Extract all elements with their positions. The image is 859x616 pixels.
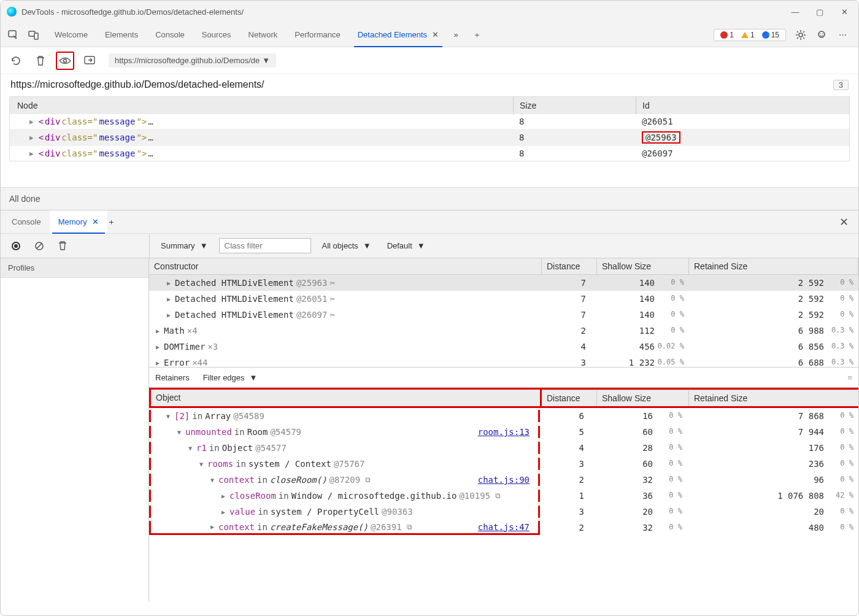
- filter-edges-dropdown[interactable]: Filter edges ▼: [198, 371, 263, 384]
- drawer-close-icon[interactable]: ✕: [839, 215, 849, 229]
- scissor-icon: ✂: [329, 294, 334, 304]
- url-dropdown[interactable]: https://microsoftedge.github.io/Demos/de…: [109, 53, 276, 67]
- tab-sources[interactable]: Sources: [193, 23, 240, 47]
- col-distance2[interactable]: Distance: [542, 390, 597, 406]
- table-row[interactable]: ▶ <div class="message">… 8 @26051: [10, 114, 849, 129]
- expand-icon[interactable]: ▶: [209, 523, 216, 530]
- minimize-icon[interactable]: ―: [791, 7, 799, 16]
- tab-detached-elements[interactable]: Detached Elements ✕: [349, 23, 447, 47]
- tab-close-icon[interactable]: ✕: [432, 30, 439, 39]
- retainer-row[interactable]: ▼ unmounted in Room @54579 room.js:13 5 …: [149, 424, 858, 440]
- dock-icon[interactable]: [80, 52, 99, 70]
- col-id[interactable]: Id: [636, 97, 849, 114]
- constructor-row[interactable]: ▶Detached HTMLDivElement @26051 ✂ 7 1400…: [149, 291, 858, 307]
- expand-icon[interactable]: ▶: [29, 134, 34, 142]
- retainer-row[interactable]: ▶ closeRoom in Window / microsoftedge.gi…: [149, 488, 858, 504]
- retainer-row[interactable]: ▼ context in closeRoom() @87209⧉ chat.js…: [149, 472, 858, 488]
- expand-icon[interactable]: ▶: [220, 493, 227, 499]
- warning-icon: [741, 32, 749, 38]
- expand-icon[interactable]: ▶: [154, 344, 161, 350]
- expand-icon[interactable]: ▶: [165, 312, 172, 318]
- constructor-row[interactable]: ▶Math ×4 2 1120 % 6 9880.3 %: [149, 323, 858, 339]
- tab-welcome[interactable]: Welcome: [46, 23, 96, 47]
- col-size[interactable]: Size: [513, 97, 636, 114]
- table-row[interactable]: ▶ <div class="message">… 8 @26097: [10, 146, 849, 161]
- chevron-down-icon: ▼: [250, 373, 258, 382]
- col-node[interactable]: Node: [10, 97, 513, 114]
- source-link[interactable]: chat.js:90: [478, 475, 530, 485]
- page-url: https://microsoftedge.github.io/Demos/de…: [10, 79, 264, 90]
- col-distance[interactable]: Distance: [542, 258, 597, 274]
- col-object[interactable]: Object: [151, 390, 542, 406]
- chevron-down-icon: ▼: [262, 56, 270, 65]
- expand-icon[interactable]: ▼: [198, 461, 205, 468]
- all-objects-dropdown[interactable]: All objects ▼: [317, 239, 376, 252]
- feedback-icon[interactable]: [813, 26, 830, 44]
- expand-icon[interactable]: ▼: [187, 445, 194, 452]
- constructor-row[interactable]: ▶Error ×44 3 1 2320.05 % 6 6880.3 %: [149, 355, 858, 367]
- retainer-row[interactable]: ▶ context in createFakeMessage() @26391⧉…: [149, 520, 858, 536]
- delete-icon[interactable]: [31, 52, 50, 70]
- constructor-row[interactable]: ▶Detached HTMLDivElement @26097 ✂ 7 1400…: [149, 307, 858, 323]
- detached-toolbar: https://microsoftedge.github.io/Demos/de…: [1, 47, 858, 74]
- window-title: DevTools - microsoftedge.github.io/Demos…: [21, 7, 791, 17]
- menu-icon[interactable]: ≡: [847, 373, 852, 382]
- expand-icon[interactable]: ▼: [175, 429, 183, 436]
- copy-icon[interactable]: ⧉: [495, 491, 501, 500]
- more-tabs-icon[interactable]: »: [447, 26, 464, 44]
- constructor-row[interactable]: ▶Detached HTMLDivElement @25963 ✂ 7 1400…: [149, 275, 858, 291]
- tab-close-icon[interactable]: ✕: [92, 217, 99, 226]
- maximize-icon[interactable]: ▢: [815, 7, 824, 16]
- table-row[interactable]: ▶ <div class="message">… 8 @25963: [10, 129, 849, 146]
- constructor-rows: ▶Detached HTMLDivElement @25963 ✂ 7 1400…: [149, 275, 858, 367]
- close-icon[interactable]: ✕: [840, 7, 849, 16]
- tab-network[interactable]: Network: [240, 23, 287, 47]
- col-retained2[interactable]: Retained Size: [689, 390, 858, 406]
- expand-icon[interactable]: ▶: [220, 509, 227, 515]
- col-shallow[interactable]: Shallow Size: [597, 258, 689, 274]
- info-icon: [762, 31, 769, 39]
- expand-icon[interactable]: ▼: [209, 477, 216, 483]
- col-retained[interactable]: Retained Size: [689, 258, 858, 274]
- copy-icon[interactable]: ⧉: [365, 475, 371, 484]
- memory-toolbar: Summary ▼ All objects ▼ Default ▼: [1, 234, 858, 258]
- menu-icon[interactable]: ⋯: [834, 26, 851, 44]
- source-link[interactable]: room.js:13: [478, 427, 530, 437]
- tab-elements[interactable]: Elements: [96, 23, 147, 47]
- clear-icon[interactable]: [30, 237, 48, 255]
- source-link[interactable]: chat.js:47: [478, 522, 530, 532]
- add-drawer-tab-icon[interactable]: ＋: [107, 217, 115, 228]
- retainer-row[interactable]: ▶ value in system / PropertyCell @90363 …: [149, 504, 858, 520]
- refresh-icon[interactable]: [7, 52, 25, 70]
- tab-console[interactable]: Console: [147, 23, 193, 47]
- drawer-tab-memory[interactable]: Memory ✕: [50, 210, 107, 234]
- drawer-tab-console[interactable]: Console: [3, 210, 50, 234]
- retainer-row[interactable]: ▼ [2] in Array @54589 6 160 % 7 8680 %: [149, 408, 858, 424]
- copy-icon[interactable]: ⧉: [407, 523, 412, 531]
- expand-icon[interactable]: ▶: [29, 150, 34, 158]
- col-shallow2[interactable]: Shallow Size: [597, 390, 689, 406]
- settings-icon[interactable]: [792, 26, 809, 44]
- summary-dropdown[interactable]: Summary ▼: [156, 239, 213, 252]
- expand-icon[interactable]: ▶: [29, 118, 34, 126]
- retainer-row[interactable]: ▼ rooms in system / Context @75767 3 600…: [149, 456, 858, 472]
- inspect-icon[interactable]: [4, 26, 21, 44]
- col-constructor[interactable]: Constructor: [149, 258, 542, 274]
- class-filter-input[interactable]: [219, 238, 311, 253]
- expand-icon[interactable]: ▶: [154, 360, 161, 366]
- issue-badges[interactable]: 1 1 15: [714, 29, 786, 41]
- trash-icon[interactable]: [53, 237, 72, 255]
- default-dropdown[interactable]: Default ▼: [382, 239, 430, 252]
- record-icon[interactable]: [7, 237, 25, 255]
- constructor-row[interactable]: ▶DOMTimer ×3 4 4560.02 % 6 8560.3 %: [149, 339, 858, 355]
- tab-performance[interactable]: Performance: [286, 23, 349, 47]
- expand-icon[interactable]: ▶: [154, 328, 161, 334]
- expand-icon[interactable]: ▶: [165, 280, 172, 287]
- main-tabstrip: Welcome Elements Console Sources Network…: [1, 23, 858, 47]
- retainer-row[interactable]: ▼ r1 in Object @54577 4 280 % 1760 %: [149, 440, 858, 456]
- eye-icon[interactable]: [56, 52, 74, 70]
- add-tab-icon[interactable]: ＋: [468, 26, 485, 44]
- expand-icon[interactable]: ▶: [165, 296, 172, 302]
- expand-icon[interactable]: ▼: [164, 413, 172, 420]
- device-toggle-icon[interactable]: [25, 26, 42, 44]
